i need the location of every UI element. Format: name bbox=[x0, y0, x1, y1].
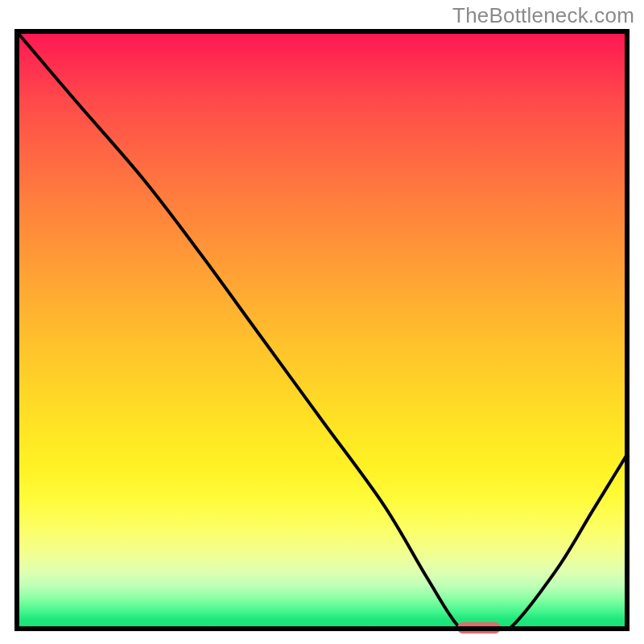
chart-frame bbox=[14, 29, 630, 631]
curve-path bbox=[14, 29, 630, 631]
bottleneck-curve bbox=[14, 29, 630, 631]
chart-container: TheBottleneck.com bbox=[0, 0, 644, 644]
optimal-range-marker bbox=[457, 622, 500, 634]
watermark-text: TheBottleneck.com bbox=[452, 3, 634, 28]
